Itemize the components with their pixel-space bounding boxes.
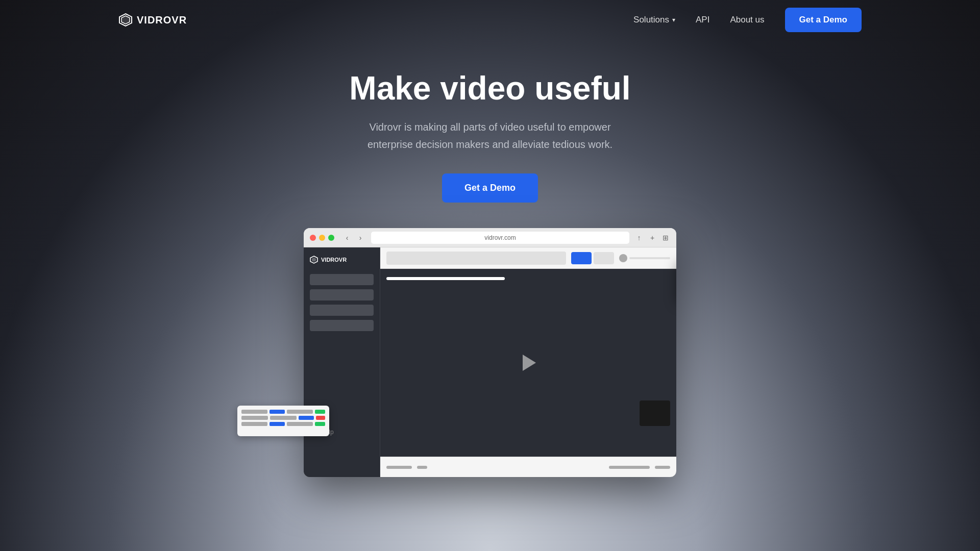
navbar: VIDROVR Solutions ▾ API About us Get a D…	[0, 0, 980, 40]
address-bar[interactable]: vidrovr.com	[371, 232, 629, 244]
table-row	[241, 416, 325, 420]
sidebar-item[interactable]	[310, 320, 374, 331]
nav-about[interactable]: About us	[730, 15, 764, 25]
app-sidebar: VIDROVR ? Help	[304, 247, 380, 477]
toggle-inactive[interactable]	[594, 252, 614, 264]
sidebar-logo-icon	[310, 256, 318, 264]
browser-toolbar: ‹ › vidrovr.com ↑ + ⊞	[304, 228, 676, 247]
sidebar-logo: VIDROVR	[310, 256, 374, 264]
table-cell-green	[315, 422, 325, 426]
hero-demo-button[interactable]: Get a Demo	[442, 173, 538, 203]
table-cell-blue	[270, 422, 285, 426]
logo-text: VIDROVR	[137, 14, 187, 26]
sidebar-item[interactable]	[310, 289, 374, 300]
play-button[interactable]	[516, 350, 541, 375]
toolbar-search[interactable]	[386, 252, 566, 265]
table-cell-blue	[299, 416, 314, 420]
video-progress-bar	[386, 277, 505, 280]
table-cell-red	[316, 416, 325, 420]
nav-solutions[interactable]: Solutions ▾	[633, 15, 675, 25]
browser-nav-buttons: ‹ ›	[341, 232, 366, 243]
control-bar	[609, 466, 650, 469]
dot-red	[310, 235, 316, 241]
app-main	[380, 247, 676, 477]
browser-dots	[310, 235, 334, 241]
table-cell	[241, 422, 267, 426]
chevron-down-icon: ▾	[672, 16, 675, 23]
hero-section: Make video useful Vidrovr is making all …	[0, 40, 980, 477]
browser-actions: ↑ + ⊞	[634, 233, 670, 242]
table-cell	[270, 416, 297, 420]
table-cell	[287, 410, 313, 414]
table-row	[241, 410, 325, 414]
back-icon: ‹	[341, 232, 353, 243]
table-popup	[237, 406, 329, 436]
control-bar	[417, 466, 427, 469]
logo-icon	[118, 13, 133, 27]
toggle-active[interactable]	[571, 252, 592, 264]
slider-handle[interactable]	[619, 254, 627, 262]
logo[interactable]: VIDROVR	[118, 13, 187, 27]
sidebar-item[interactable]	[310, 274, 374, 285]
table-cell	[241, 410, 267, 414]
forward-icon: ›	[355, 232, 366, 243]
nav-demo-button[interactable]: Get a Demo	[785, 8, 862, 32]
toolbar-slider	[619, 254, 670, 262]
table-row	[241, 422, 325, 426]
play-icon	[523, 355, 536, 371]
sidebar-brand-text: VIDROVR	[321, 257, 347, 263]
address-text: vidrovr.com	[484, 234, 516, 241]
sidebar-menu	[310, 274, 374, 331]
dot-green	[328, 235, 334, 241]
share-icon: ↑	[634, 233, 644, 242]
video-area	[380, 269, 676, 457]
toolbar-toggle	[571, 252, 614, 264]
table-cell	[287, 422, 313, 426]
browser-mockup: ‹ › vidrovr.com ↑ + ⊞	[304, 228, 676, 477]
hero-title: Make video useful	[349, 70, 630, 106]
hero-subtitle: Vidrovr is making all parts of video use…	[357, 118, 623, 153]
app-toolbar	[380, 247, 676, 269]
dot-yellow	[319, 235, 325, 241]
table-cell	[241, 416, 268, 420]
control-bar	[655, 466, 670, 469]
grid-icon: ⊞	[661, 233, 670, 242]
video-overlay-box	[640, 400, 670, 426]
plus-icon: +	[648, 233, 657, 242]
browser-window: ‹ › vidrovr.com ↑ + ⊞	[304, 228, 676, 477]
nav-links: Solutions ▾ API About us Get a Demo	[633, 8, 862, 32]
nav-api[interactable]: API	[696, 15, 709, 25]
table-cell-blue	[270, 410, 285, 414]
video-controls	[380, 457, 676, 477]
table-cell-green	[315, 410, 325, 414]
app-content: VIDROVR ? Help	[304, 247, 676, 477]
slider-track[interactable]	[629, 257, 670, 259]
sidebar-item[interactable]	[310, 305, 374, 316]
control-bar	[386, 466, 412, 469]
